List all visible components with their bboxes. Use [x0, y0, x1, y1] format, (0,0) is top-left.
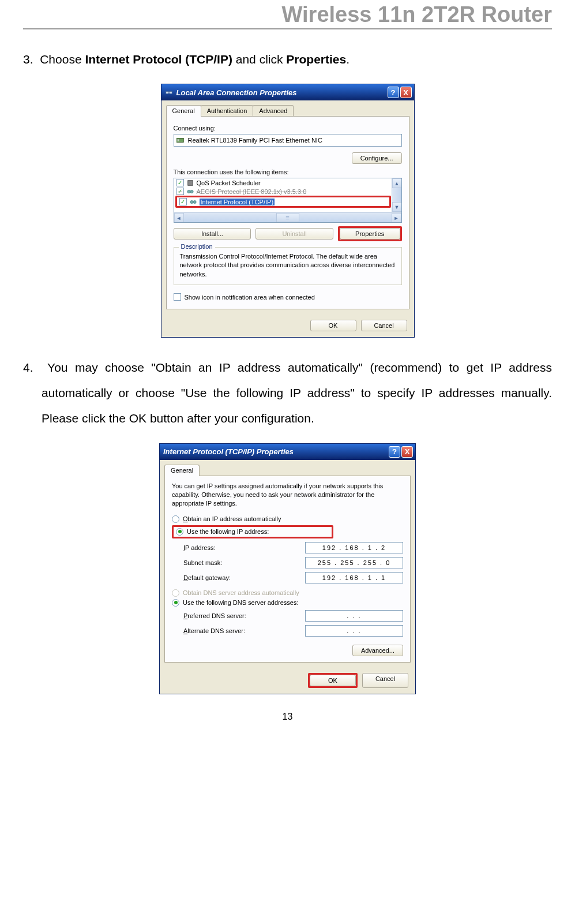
highlight-properties: Properties [338, 226, 402, 241]
nic-field: Realtek RTL8139 Family PCI Fast Ethernet… [174, 134, 402, 147]
scroll-up-icon[interactable]: ▲ [392, 178, 402, 188]
ok-button[interactable]: OK [310, 675, 356, 686]
tab-general[interactable]: General [166, 105, 201, 117]
tab-general[interactable]: General [164, 465, 200, 476]
use-ip-row[interactable]: Use the following IP address: [176, 528, 329, 536]
preferred-dns-label: Preferred DNS server: [183, 612, 276, 619]
page-number: 13 [23, 712, 552, 722]
highlight-use-ip: Use the following IP address: [172, 525, 333, 538]
service-icon [186, 179, 194, 186]
dialog2-intro: You can get IP settings assigned automat… [172, 482, 403, 508]
protocol-icon [189, 199, 197, 205]
default-gateway-label: Default gateway: [183, 574, 276, 581]
radio-use-ip[interactable] [176, 528, 183, 536]
install-button[interactable]: Install... [174, 228, 251, 240]
advanced-button[interactable]: Advanced... [352, 645, 403, 656]
local-area-connection-dialog: Local Area Connection Properties ? X Gen… [161, 84, 415, 338]
list-item[interactable]: ✓ QoS Packet Scheduler [174, 178, 401, 187]
svg-point-7 [190, 190, 193, 193]
description-fieldset: Description Transmission Control Protoco… [174, 247, 402, 285]
scroll-thumb[interactable]: ≡ [276, 213, 299, 222]
svg-point-8 [190, 200, 193, 203]
dialog1-titlebar: Local Area Connection Properties ? X [161, 84, 414, 100]
step3-prefix: Choose [40, 53, 85, 66]
scrollbar-vertical[interactable]: ▲ ▼ [392, 178, 401, 212]
checkbox-icon[interactable]: ✓ [176, 188, 184, 195]
alternate-dns-field[interactable]: . . . [305, 625, 403, 637]
checkbox-icon[interactable]: ✓ [176, 179, 184, 186]
tab-advanced[interactable]: Advanced [253, 105, 294, 116]
dialog2-panel: You can get IP settings assigned automat… [164, 476, 411, 663]
subnet-mask-label: Subnet mask: [183, 559, 276, 566]
tcpip-properties-dialog: Internet Protocol (TCP/IP) Properties ? … [159, 443, 416, 694]
svg-rect-4 [177, 139, 179, 141]
list-item-label: QoS Packet Scheduler [197, 179, 261, 186]
cancel-button[interactable]: Cancel [361, 320, 407, 331]
close-icon[interactable]: X [400, 87, 412, 98]
step4-text: You may choose "Obtain an IP address aut… [42, 361, 552, 425]
description-legend: Description [179, 243, 215, 250]
show-icon-label: Show icon in notification area when conn… [185, 294, 315, 301]
list-item-label: AEGIS Protocol (IEEE 802.1x) v3.5.3.0 [197, 188, 307, 195]
protocol-icon [186, 188, 194, 195]
svg-point-6 [187, 190, 190, 193]
ip-address-field[interactable]: 192 . 168 . 1 . 2 [305, 542, 403, 553]
dialog1-panel: Connect using: Realtek RTL8139 Family PC… [166, 116, 409, 309]
page-header-title: Wireless 11n 2T2R Router [23, 0, 552, 27]
use-dns-row[interactable]: Use the following DNS server addresses: [172, 599, 403, 607]
scrollbar-horizontal[interactable]: ◄ ≡ ► [174, 212, 401, 222]
description-text: Transmission Control Protocol/Internet P… [180, 252, 396, 279]
dialog2-titlebar: Internet Protocol (TCP/IP) Properties ? … [160, 444, 415, 460]
uninstall-button: Uninstall [255, 228, 333, 240]
cancel-button[interactable]: Cancel [362, 673, 408, 688]
help-icon[interactable]: ? [389, 446, 400, 458]
list-item[interactable]: ✓ AEGIS Protocol (IEEE 802.1x) v3.5.3.0 [174, 187, 401, 196]
ok-button[interactable]: OK [310, 320, 356, 331]
configure-button[interactable]: Configure... [352, 152, 402, 164]
nic-icon [176, 137, 185, 144]
alternate-dns-label: Alternate DNS server: [183, 627, 276, 634]
nic-text: Realtek RTL8139 Family PCI Fast Ethernet… [188, 137, 322, 144]
items-label: This connection uses the following items… [174, 169, 402, 175]
dialog1-title-text: Local Area Connection Properties [176, 88, 297, 97]
svg-rect-1 [169, 92, 172, 94]
checkbox-icon[interactable]: ✓ [179, 198, 187, 205]
header-rule [23, 28, 552, 29]
properties-button[interactable]: Properties [340, 228, 400, 240]
dialog1-tabs: General Authentication Advanced [161, 100, 414, 116]
scroll-left-icon[interactable]: ◄ [174, 213, 184, 223]
obtain-ip-label: Obtain an IP address automatically [183, 515, 281, 522]
step3-suffix: . [346, 53, 349, 66]
scroll-right-icon[interactable]: ► [392, 213, 401, 223]
subnet-mask-field[interactable]: 255 . 255 . 255 . 0 [305, 557, 403, 568]
radio-use-dns[interactable] [172, 599, 179, 607]
tab-authentication[interactable]: Authentication [201, 105, 254, 116]
svg-rect-5 [187, 180, 193, 185]
instruction-step-4: 4. You may choose "Obtain an IP address … [42, 355, 552, 431]
obtain-dns-label: Obtain DNS server address automatically [183, 589, 299, 596]
svg-point-9 [193, 200, 196, 203]
close-icon[interactable]: X [401, 446, 413, 458]
step3-bold1: Internet Protocol (TCP/IP) [85, 53, 232, 66]
use-dns-label: Use the following DNS server addresses: [183, 599, 299, 606]
list-item-tcpip[interactable]: ✓ Internet Protocol (TCP/IP) [177, 197, 389, 206]
obtain-ip-row[interactable]: Obtain an IP address automatically [172, 515, 403, 523]
step3-mid: and click [232, 53, 286, 66]
default-gateway-field[interactable]: 192 . 168 . 1 . 1 [305, 572, 403, 583]
step4-num: 4. [23, 361, 33, 374]
highlight-ok: OK [308, 673, 358, 688]
instruction-step-3: 3. Choose Internet Protocol (TCP/IP) and… [42, 47, 552, 72]
highlight-tcpip: ✓ Internet Protocol (TCP/IP) [175, 196, 391, 208]
connection-icon [165, 89, 173, 96]
dialog2-tabs: General [160, 460, 415, 476]
use-ip-label: Use the following IP address: [187, 528, 269, 535]
preferred-dns-field[interactable]: . . . [305, 610, 403, 622]
step3-bold2: Properties [286, 53, 346, 66]
connect-using-label: Connect using: [174, 125, 402, 132]
radio-obtain-ip[interactable] [172, 515, 179, 523]
show-icon-checkbox[interactable]: ✓ [174, 293, 181, 301]
scroll-down-icon[interactable]: ▼ [392, 202, 402, 212]
help-icon[interactable]: ? [388, 87, 399, 98]
svg-rect-0 [166, 92, 168, 94]
components-listbox[interactable]: ✓ QoS Packet Scheduler ✓ AEGIS Protocol … [174, 178, 402, 223]
